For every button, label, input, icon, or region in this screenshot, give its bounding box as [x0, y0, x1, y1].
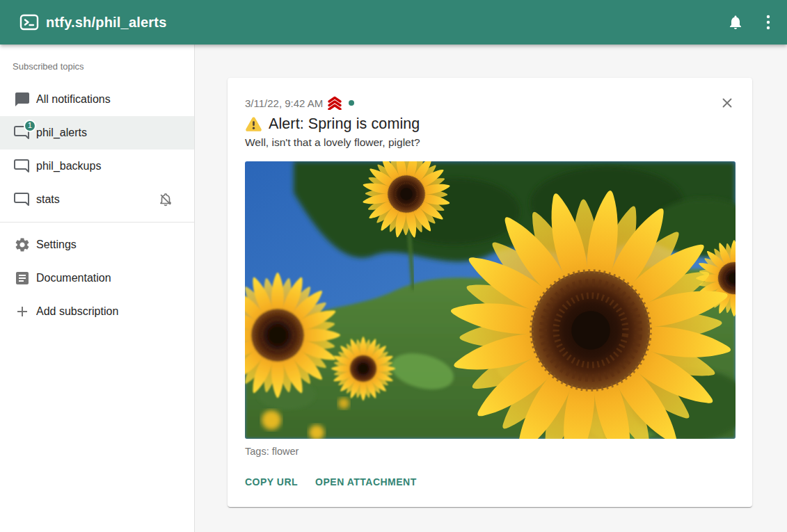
bell-icon [727, 14, 744, 31]
plus-icon [14, 303, 31, 320]
sidebar-item-phil-alerts[interactable]: 1 phil_alerts [0, 116, 194, 150]
notification-title: Alert: Spring is coming [269, 115, 420, 133]
unread-dot [349, 100, 354, 106]
sidebar-item-stats[interactable]: stats [0, 183, 194, 216]
sidebar-item-phil-backups[interactable]: phil_backups [0, 150, 194, 183]
terminal-logo-icon [19, 13, 39, 31]
page-title: ntfy.sh/phil_alerts [46, 15, 166, 31]
attachment-image[interactable] [245, 161, 736, 439]
sidebar-item-documentation[interactable]: Documentation [0, 261, 194, 295]
sidebar-item-label: Add subscription [36, 305, 173, 318]
sidebar-item-settings[interactable]: Settings [0, 228, 194, 261]
unread-count-badge: 1 [24, 120, 36, 132]
sidebar: Subscribed topics All notifications 1 ph… [0, 45, 195, 532]
sidebar-item-add-subscription[interactable]: Add subscription [0, 295, 194, 328]
sidebar-item-label: Documentation [36, 272, 173, 284]
close-icon [720, 95, 735, 111]
notification-meta-row: 3/11/22, 9:42 AM [245, 95, 736, 111]
document-icon [14, 270, 31, 287]
main-content: 3/11/22, 9:42 AM Alert [196, 45, 787, 532]
notification-timestamp: 3/11/22, 9:42 AM [245, 97, 323, 109]
chat-bubble-outline-icon [14, 191, 31, 208]
sidebar-item-label: Settings [36, 239, 173, 251]
notification-body: Well, isn't that a lovely flower, piglet… [245, 136, 736, 152]
chat-bubble-outline-icon [14, 158, 31, 175]
max-priority-icon [327, 96, 342, 110]
chat-bubble-filled-icon [14, 91, 31, 108]
sidebar-item-all-notifications[interactable]: All notifications [0, 83, 194, 116]
notification-title-row: Alert: Spring is coming [245, 113, 736, 135]
muted-bell-icon [158, 192, 173, 207]
close-button[interactable] [719, 95, 736, 111]
sidebar-item-label: phil_backups [36, 160, 173, 172]
kebab-menu-icon [765, 14, 772, 31]
ntfy-app: ntfy.sh/phil_alerts Subscribed topics Al… [0, 0, 787, 532]
notification-actions: COPY URL OPEN ATTACHMENT [245, 474, 736, 490]
copy-url-button[interactable]: COPY URL [245, 476, 298, 487]
chat-bubble-outline-icon: 1 [14, 124, 31, 141]
sidebar-item-label: stats [36, 193, 158, 206]
notifications-bell-button[interactable] [727, 14, 744, 31]
sidebar-divider [0, 222, 194, 223]
open-attachment-button[interactable]: OPEN ATTACHMENT [315, 476, 417, 487]
warning-icon [245, 116, 262, 132]
subscribed-topics-label: Subscribed topics [0, 45, 194, 83]
notification-tags: Tags: flower [245, 446, 736, 460]
sidebar-item-label: phil_alerts [36, 127, 173, 139]
gear-icon [14, 236, 31, 253]
app-bar: ntfy.sh/phil_alerts [0, 0, 787, 45]
sidebar-item-label: All notifications [36, 93, 173, 106]
overflow-menu-button[interactable] [765, 14, 772, 31]
notification-card: 3/11/22, 9:42 AM Alert [228, 78, 752, 507]
